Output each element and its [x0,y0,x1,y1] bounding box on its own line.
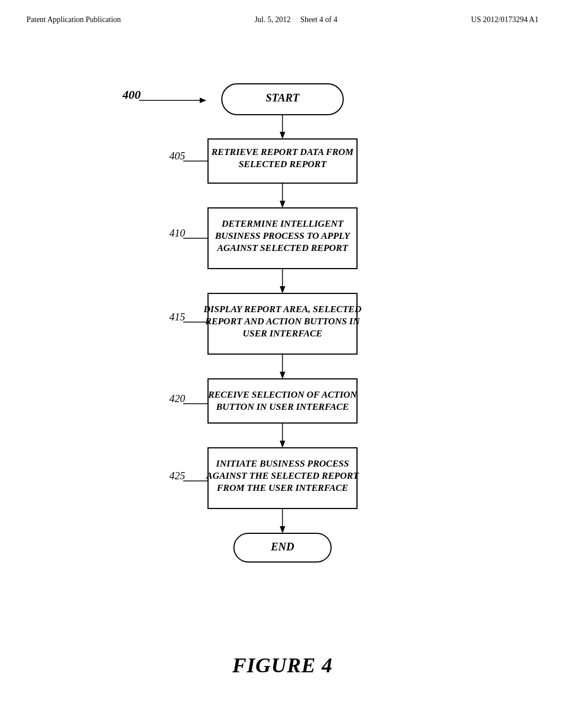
svg-text:RETRIEVE REPORT DATA FROM: RETRIEVE REPORT DATA FROM [211,147,354,157]
svg-marker-43 [280,526,285,533]
header-date-sheet: Jul. 5, 2012 Sheet 4 of 4 [254,15,337,24]
page-header: Patent Application Publication Jul. 5, 2… [0,0,565,24]
figure-number-label: 400 [122,88,141,101]
svg-text:AGAINST THE SELECTED REPORT: AGAINST THE SELECTED REPORT [206,470,359,481]
svg-marker-20 [280,286,285,293]
diagram-area: 400 START 405 RETRIEVE REPORT DATA FROM … [0,41,565,677]
svg-text:405: 405 [169,150,185,162]
svg-text:410: 410 [169,227,185,239]
header-date: Jul. 5, 2012 [254,15,290,24]
svg-text:415: 415 [169,311,185,323]
svg-marker-12 [280,201,285,208]
svg-text:FROM THE USER INTERFACE: FROM THE USER INTERFACE [216,483,348,493]
svg-rect-31 [208,379,357,423]
header-publication-label: Patent Application Publication [26,15,121,24]
svg-marker-35 [280,441,285,448]
figure-caption: FIGURE 4 [0,653,565,677]
svg-text:DETERMINE INTELLIGENT: DETERMINE INTELLIGENT [221,218,344,229]
svg-text:SELECTED REPORT: SELECTED REPORT [238,159,327,169]
svg-text:END: END [270,540,294,553]
svg-text:BUTTON IN USER INTERFACE: BUTTON IN USER INTERFACE [216,402,349,412]
svg-text:425: 425 [169,470,185,481]
svg-text:START: START [265,92,300,104]
flowchart-svg: 400 START 405 RETRIEVE REPORT DATA FROM … [89,41,476,647]
svg-text:AGAINST SELECTED REPORT: AGAINST SELECTED REPORT [216,243,348,253]
svg-text:DISPLAY REPORT AREA, SELECTED: DISPLAY REPORT AREA, SELECTED [203,304,361,314]
svg-marker-28 [280,372,285,379]
svg-text:REPORT AND ACTION BUTTONS IN: REPORT AND ACTION BUTTONS IN [205,316,360,326]
header-patent-number: US 2012/0173294 A1 [471,15,539,24]
svg-text:RECEIVE SELECTION OF ACTION: RECEIVE SELECTION OF ACTION [207,389,357,400]
svg-text:420: 420 [169,393,185,404]
svg-marker-1 [200,98,206,103]
svg-text:BUSINESS PROCESS TO APPLY: BUSINESS PROCESS TO APPLY [215,231,351,241]
svg-text:INITIATE BUSINESS PROCESS: INITIATE BUSINESS PROCESS [216,458,349,469]
svg-text:USER INTERFACE: USER INTERFACE [243,328,322,339]
header-sheet: Sheet 4 of 4 [300,15,337,24]
svg-marker-5 [280,132,285,139]
